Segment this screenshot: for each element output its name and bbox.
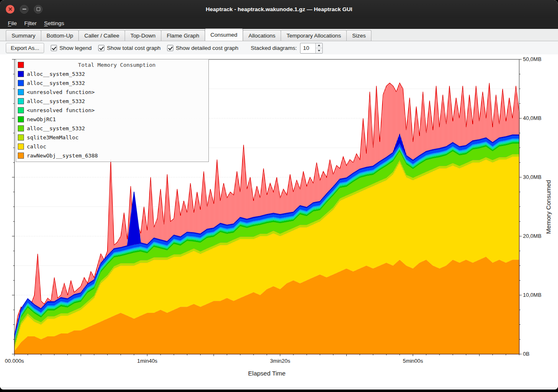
legend-color-swatch <box>18 116 24 122</box>
menu-file[interactable]: File <box>4 19 21 28</box>
tab-allocations[interactable]: Allocations <box>243 30 281 41</box>
chart-area: 00.000s1min40s3min20s5min00s0B10,0MB20,0… <box>0 54 558 387</box>
maximize-button[interactable] <box>34 5 43 14</box>
legend-label: <unresolved function> <box>27 89 95 95</box>
y-tick-label: 10,0MB <box>523 292 541 298</box>
legend-label: sqlite3MemMalloc <box>27 134 78 141</box>
checkbox-show-legend[interactable]: Show legend <box>51 45 92 51</box>
legend-color-swatch <box>18 134 24 141</box>
legend-color-swatch <box>18 153 24 159</box>
tab-bar: SummaryBottom-UpCaller / CalleeTop-DownF… <box>0 29 558 41</box>
y-tick-label: 50,0MB <box>523 56 541 62</box>
x-tick-label: 00.000s <box>5 358 24 364</box>
menu-filter[interactable]: Filter <box>21 19 40 28</box>
legend-item: calloc <box>18 142 207 151</box>
tab-sizes[interactable]: Sizes <box>346 30 371 41</box>
legend-color-swatch <box>18 107 24 113</box>
checkbox-label: Show detailed cost graph <box>176 45 239 51</box>
checkbox-group: Show legendShow total cost graphShow det… <box>51 45 239 51</box>
legend-label: alloc__system_5332 <box>27 80 85 86</box>
close-button[interactable] <box>6 5 14 14</box>
legend-item: newObjRC1 <box>18 115 207 124</box>
legend-color-swatch <box>18 143 24 150</box>
spinner-down-button[interactable] <box>316 48 322 53</box>
tab-bottom-up[interactable]: Bottom-Up <box>41 30 79 41</box>
export-as-button[interactable]: Export As... <box>6 43 44 53</box>
legend-item: rawNewObj__system_6388 <box>18 151 207 160</box>
legend-label: newObjRC1 <box>27 116 56 122</box>
checkbox-box[interactable] <box>167 45 173 51</box>
legend-item: alloc__system_5332 <box>18 96 207 106</box>
chart-legend: Total Memory Consumptionalloc__system_53… <box>16 59 209 162</box>
legend-label: alloc__system_5332 <box>27 98 85 104</box>
checkbox-label: Show total cost graph <box>107 45 161 51</box>
legend-label: Total Memory Consumption <box>27 62 207 68</box>
legend-color-swatch <box>18 98 24 104</box>
menu-settings[interactable]: Settings <box>40 19 68 28</box>
tab-flame-graph[interactable]: Flame Graph <box>161 30 205 41</box>
legend-item: alloc__system_5332 <box>18 69 207 78</box>
legend-color-swatch <box>18 80 24 86</box>
stacked-diagrams-spinner[interactable]: 10 <box>300 43 323 54</box>
checkbox-box[interactable] <box>51 45 57 51</box>
tab-caller-callee[interactable]: Caller / Callee <box>78 30 125 41</box>
minimize-button[interactable] <box>20 5 28 14</box>
x-tick-label: 5min00s <box>403 358 423 364</box>
legend-item: sqlite3MemMalloc <box>18 133 207 142</box>
tab-summary[interactable]: Summary <box>6 30 41 41</box>
legend-item: <unresolved function> <box>18 87 207 96</box>
stacked-diagrams-label: Stacked diagrams: <box>251 45 297 51</box>
legend-label: <unresolved function> <box>27 107 95 113</box>
y-tick-label: 40,0MB <box>523 115 541 121</box>
tab-top-down[interactable]: Top-Down <box>125 30 161 41</box>
titlebar: Heaptrack - heaptrack.wakunode.1.gz — He… <box>0 0 558 18</box>
x-tick-label: 3min20s <box>270 358 291 364</box>
legend-item: <unresolved function> <box>18 106 207 115</box>
toolbar: Export As... Show legendShow total cost … <box>0 41 558 55</box>
legend-label: calloc <box>27 143 46 150</box>
legend-title-row: Total Memory Consumption <box>18 60 207 69</box>
legend-label: alloc__system_5332 <box>27 71 85 77</box>
legend-item: alloc__system_5332 <box>18 78 207 87</box>
checkbox-box[interactable] <box>98 45 104 51</box>
y-tick-label: 0B <box>523 351 530 357</box>
app-window: Heaptrack - heaptrack.wakunode.1.gz — He… <box>0 0 558 390</box>
y-tick-label: 20,0MB <box>523 233 541 239</box>
legend-color-swatch <box>18 62 24 68</box>
checkbox-show-detailed-cost-graph[interactable]: Show detailed cost graph <box>167 45 239 51</box>
window-controls <box>6 5 43 14</box>
spinner-up-button[interactable] <box>316 43 322 49</box>
checkbox-show-total-cost-graph[interactable]: Show total cost graph <box>98 45 161 51</box>
x-tick-label: 1min40s <box>137 358 158 364</box>
tab-consumed[interactable]: Consumed <box>205 28 243 41</box>
y-tick-label: 30,0MB <box>523 174 541 180</box>
legend-color-swatch <box>18 71 24 77</box>
legend-label: alloc__system_5332 <box>27 125 85 131</box>
legend-color-swatch <box>18 89 24 95</box>
legend-label: rawNewObj__system_6388 <box>27 153 98 159</box>
window-title: Heaptrack - heaptrack.wakunode.1.gz — He… <box>0 6 558 12</box>
menubar: File Filter Settings <box>0 18 558 29</box>
tab-temporary-allocations[interactable]: Temporary Allocations <box>281 30 347 41</box>
legend-item: alloc__system_5332 <box>18 124 207 133</box>
y-axis-title: Memory Consumed <box>545 180 552 234</box>
spinner-value[interactable]: 10 <box>300 43 315 53</box>
legend-color-swatch <box>18 125 24 131</box>
checkbox-label: Show legend <box>59 45 92 51</box>
x-axis-title: Elapsed Time <box>248 370 286 377</box>
